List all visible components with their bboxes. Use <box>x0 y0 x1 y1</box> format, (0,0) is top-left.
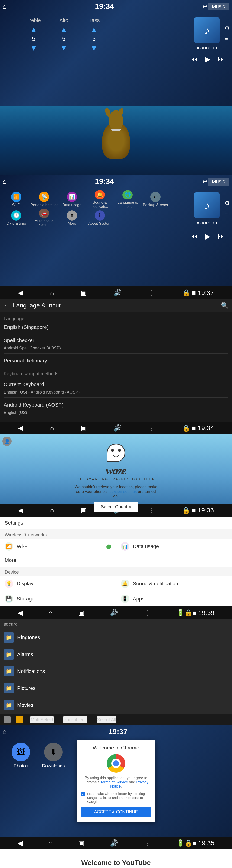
list-item-ringtones[interactable]: 📁 Ringtones <box>0 629 232 646</box>
nav-bar-5: ◀ ⌂ ▣ 🔊 ⋮ 🔋🔒■ 19:35 <box>0 837 232 849</box>
eq-icon[interactable]: ≡ <box>224 36 230 43</box>
chrome-terms-link[interactable]: Terms of Service <box>100 780 128 784</box>
settings-more-row[interactable]: More <box>0 554 232 567</box>
nav-vol-5[interactable]: 🔊 <box>110 839 118 847</box>
filename-alarms: Alarms <box>17 651 33 657</box>
home-icon-downloads[interactable]: ⬇ Downloads <box>39 743 67 769</box>
back-icon[interactable]: ↩ <box>202 3 208 10</box>
play-button-1[interactable]: ▶ <box>205 55 211 64</box>
settings-display-row[interactable]: 💡 Display <box>0 576 116 591</box>
nav-home-2[interactable]: ⌂ <box>50 424 54 432</box>
nav-home-3[interactable]: ⌂ <box>50 507 54 514</box>
display-icon: 💡 <box>6 581 12 587</box>
chrome-accept-button[interactable]: ACCEPT & CONTINUE <box>81 807 151 817</box>
spell-checker-title[interactable]: Spell checker <box>4 336 228 345</box>
waze-select-country-button[interactable]: Select Country <box>94 502 138 512</box>
pc-icon <box>4 716 11 723</box>
alto-down-arrow[interactable]: ▼ <box>60 44 67 53</box>
nav-home-5[interactable]: ⌂ <box>49 839 52 847</box>
language-group-title: Language <box>4 314 228 322</box>
settings-language[interactable]: 🌐 Language & input <box>114 190 142 209</box>
lang-search-icon[interactable]: 🔍 <box>221 302 228 309</box>
waze-location-link[interactable]: location settings <box>109 489 137 494</box>
language-value[interactable]: English (Singapore) <box>4 322 228 332</box>
settings-automobile[interactable]: 🚗 Automobile Setti... <box>30 209 58 227</box>
bass-value: 5 <box>92 35 95 42</box>
nav-recents-1[interactable]: ▣ <box>81 289 87 297</box>
settings-hotspot[interactable]: 📡 Portable hotspot <box>30 190 58 209</box>
home-icon-3[interactable]: ⌂ <box>3 728 7 736</box>
nav-menu-5[interactable]: ⋮ <box>144 839 150 847</box>
settings-data-usage[interactable]: 📊 Data usage <box>58 190 86 209</box>
play-button-2[interactable]: ▶ <box>205 232 211 241</box>
wireless-section-title: Wireless & networks <box>0 529 232 539</box>
settings-icon-2[interactable]: ⚙ <box>224 199 230 207</box>
settings-wifi-row[interactable]: 📶 Wi-Fi ⬤ <box>0 539 116 554</box>
nav-back-4[interactable]: ◀ <box>18 609 23 617</box>
nav-home-1[interactable]: ⌂ <box>50 289 54 297</box>
chrome-dialog-title: Welcome to Chrome <box>81 745 151 751</box>
language-title: Language & Input <box>13 302 221 309</box>
personal-dict-title[interactable]: Personal dictionary <box>4 356 228 366</box>
nav-menu-3[interactable]: ⋮ <box>149 506 155 514</box>
settings-data-usage-row[interactable]: 📊 Data usage <box>116 539 232 554</box>
settings-storage-row[interactable]: 💾 Storage <box>0 591 116 606</box>
nav-back-5[interactable]: ◀ <box>18 839 23 847</box>
current-keyboard-title[interactable]: Current Keyboard <box>4 380 228 390</box>
settings-sound-row[interactable]: 🔔 Sound & notification <box>116 576 232 591</box>
lang-group-personal: Personal dictionary <box>4 356 228 367</box>
multiselect-button[interactable]: MultiSelect <box>30 716 54 723</box>
parent-dir-button[interactable]: Parent Di... <box>63 716 87 723</box>
list-item-movies[interactable]: 📁 Movies <box>0 697 232 714</box>
list-item-alarms[interactable]: 📁 Alarms <box>0 646 232 663</box>
list-item-pictures[interactable]: 📁 Pictures <box>0 680 232 697</box>
next-button-1[interactable]: ⏭ <box>218 55 225 64</box>
android-keyboard-title[interactable]: Android Keyboard (AOSP) <box>4 400 228 410</box>
music-tab[interactable]: Music <box>208 3 229 10</box>
home-icon-2[interactable]: ⌂ <box>3 178 7 185</box>
music-player-section: ⌂ 19:34 ↩ Music Treble ▲ 5 ▼ Alto ▲ 5 ▼ … <box>0 0 232 105</box>
nav-recents-3[interactable]: ▣ <box>81 506 87 514</box>
list-item-notifications[interactable]: 📁 Notifications <box>0 663 232 680</box>
treble-up-arrow[interactable]: ▲ <box>30 25 37 34</box>
wifi-toggle[interactable]: ⬤ <box>106 544 111 549</box>
lang-back-button[interactable]: ← <box>4 302 10 309</box>
next-button-2[interactable]: ⏭ <box>218 232 225 241</box>
nav-vol-4[interactable]: 🔊 <box>110 609 118 617</box>
nav-menu-4[interactable]: ⋮ <box>144 609 150 617</box>
music-tab-2[interactable]: Music <box>208 178 229 186</box>
treble-down-arrow[interactable]: ▼ <box>30 44 37 53</box>
chrome-checkbox[interactable]: ✓ <box>81 792 85 796</box>
sound-label: Sound & notification <box>133 581 178 587</box>
bass-up-arrow[interactable]: ▲ <box>90 25 98 34</box>
nav-back-2[interactable]: ◀ <box>18 424 23 432</box>
nav-vol-1[interactable]: 🔊 <box>114 289 122 297</box>
settings-more[interactable]: ≡ More <box>58 209 86 227</box>
settings-backup[interactable]: ↩ Backup & reset <box>142 190 169 209</box>
nav-back-3[interactable]: ◀ <box>18 506 23 514</box>
settings-date-time[interactable]: 🕐 Date & time <box>2 209 30 227</box>
settings-icon-1[interactable]: ⚙ <box>224 24 230 32</box>
nav-recents-4[interactable]: ▣ <box>78 609 84 617</box>
settings-apps-row[interactable]: 📱 Apps <box>116 591 232 606</box>
nav-recents-2[interactable]: ▣ <box>81 424 87 432</box>
nav-recents-5[interactable]: ▣ <box>78 839 84 847</box>
home-icon-photos[interactable]: 🖼 Photos <box>7 743 35 769</box>
album-art: ♪ <box>194 18 220 43</box>
select-all-button[interactable]: Select All <box>96 716 116 723</box>
settings-about[interactable]: ℹ About System <box>86 209 114 227</box>
eq-icon-2[interactable]: ≡ <box>224 211 230 218</box>
nav-vol-2[interactable]: 🔊 <box>114 424 122 432</box>
home-icon[interactable]: ⌂ <box>3 3 7 10</box>
prev-button-2[interactable]: ⏮ <box>191 232 198 241</box>
nav-back-1[interactable]: ◀ <box>18 289 23 297</box>
prev-button-1[interactable]: ⏮ <box>191 55 198 64</box>
bass-down-arrow[interactable]: ▼ <box>90 44 98 53</box>
back-icon-2[interactable]: ↩ <box>202 178 208 185</box>
settings-sound[interactable]: 🔔 Sound & notificati... <box>86 190 114 209</box>
nav-home-4[interactable]: ⌂ <box>49 609 52 617</box>
nav-menu-2[interactable]: ⋮ <box>149 424 155 432</box>
alto-up-arrow[interactable]: ▲ <box>60 25 67 34</box>
settings-wifi[interactable]: 📶 Wi-Fi <box>2 190 30 209</box>
nav-menu-1[interactable]: ⋮ <box>149 289 155 297</box>
